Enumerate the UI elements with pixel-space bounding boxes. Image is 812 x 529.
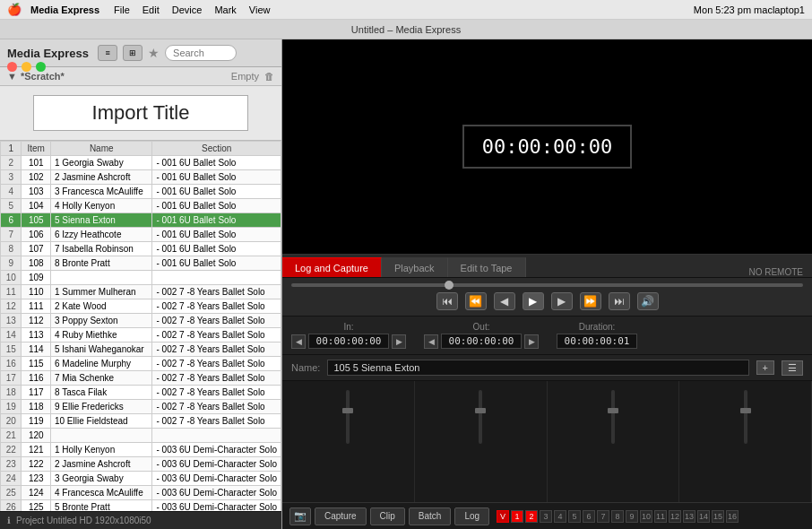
track-11[interactable]: 11 xyxy=(654,510,667,523)
table-row[interactable]: 61055 Sienna Exton- 001 6U Ballet Solo xyxy=(1,213,281,228)
tab-edit-to-tape[interactable]: Edit to Tape xyxy=(448,257,526,277)
grid-view-button[interactable]: ⊞ xyxy=(123,45,143,61)
fader-3[interactable] xyxy=(611,390,615,444)
col-c-header[interactable]: Section xyxy=(152,142,281,156)
fader-2[interactable] xyxy=(479,390,482,444)
duration-label: Duration: xyxy=(579,322,616,332)
table-row[interactable]: 231222 Jasmine Ashcroft- 003 6U Demi-Cha… xyxy=(1,457,281,472)
track-9[interactable]: 9 xyxy=(626,510,638,523)
fader-1[interactable] xyxy=(346,390,350,444)
window-controls[interactable] xyxy=(7,62,46,72)
track-16[interactable]: 16 xyxy=(726,510,739,523)
menu-device[interactable]: Device xyxy=(172,4,203,15)
table-row[interactable]: 10109 xyxy=(1,271,281,285)
table-row[interactable]: 41033 Francesca McAuliffe- 001 6U Ballet… xyxy=(1,185,281,199)
tab-log-and-capture[interactable]: Log and Capture xyxy=(282,257,382,277)
table-row[interactable]: 191189 Ellie Fredericks- 002 7 -8 Years … xyxy=(1,400,281,414)
table-row[interactable]: 251244 Francesca McAuliffe- 003 6U Demi-… xyxy=(1,486,281,500)
set-out-button[interactable]: ◀ xyxy=(424,334,438,349)
menu-file[interactable]: File xyxy=(114,4,130,15)
table-row[interactable]: 31022 Jasmine Ashcroft- 001 6U Ballet So… xyxy=(1,170,281,185)
import-title-box[interactable]: Import Title xyxy=(33,95,248,131)
rewind-button[interactable]: ⏪ xyxy=(465,292,487,310)
v-track[interactable]: V xyxy=(497,510,509,523)
spreadsheet[interactable]: 1 Item Name Section 21011 Georgia Swaby-… xyxy=(0,141,281,511)
batch-button[interactable]: Batch xyxy=(409,507,452,525)
favorites-button[interactable]: ★ xyxy=(148,46,160,60)
track-15[interactable]: 15 xyxy=(712,510,724,523)
track-7[interactable]: 7 xyxy=(597,510,609,523)
track-8[interactable]: 8 xyxy=(611,510,624,523)
track-3[interactable]: 3 xyxy=(540,510,552,523)
col-b-header[interactable]: Name xyxy=(50,142,152,156)
list-view-button[interactable]: ≡ xyxy=(98,45,117,61)
menu-edit[interactable]: Edit xyxy=(143,4,160,15)
track-5[interactable]: 5 xyxy=(568,510,581,523)
bin-icon[interactable]: 🗑 xyxy=(264,71,274,82)
volume-button[interactable]: 🔊 xyxy=(637,292,659,310)
table-row[interactable]: 2011910 Ellie Fieldstead- 002 7 -8 Years… xyxy=(1,414,281,429)
fader-4[interactable] xyxy=(744,390,747,444)
table-row[interactable]: 71066 Izzy Heathcote- 001 6U Ballet Solo xyxy=(1,228,281,242)
table-row[interactable]: 241233 Georgia Swaby- 003 6U Demi-Charac… xyxy=(1,472,281,486)
table-row[interactable]: 131123 Poppy Sexton- 002 7 -8 Years Ball… xyxy=(1,314,281,328)
capture-button[interactable]: Capture xyxy=(315,507,367,525)
cell-section xyxy=(152,271,281,285)
table-row[interactable]: 91088 Bronte Pratt- 001 6U Ballet Solo xyxy=(1,256,281,271)
table-row[interactable]: 51044 Holly Kenyon- 001 6U Ballet Solo xyxy=(1,199,281,213)
set-in-button[interactable]: ◀ xyxy=(291,334,306,349)
search-input[interactable] xyxy=(165,45,237,61)
step-forward-button[interactable]: ▶ xyxy=(551,292,573,310)
play-button[interactable]: ▶ xyxy=(523,292,544,310)
minimize-button[interactable] xyxy=(22,62,31,72)
menu-view[interactable]: View xyxy=(249,4,271,15)
fast-forward-button[interactable]: ⏩ xyxy=(580,292,601,310)
table-row[interactable]: 81077 Isabella Robinson- 001 6U Ballet S… xyxy=(1,242,281,256)
name-add-button[interactable]: + xyxy=(756,360,774,375)
track-14[interactable]: 14 xyxy=(697,510,710,523)
table-row[interactable]: 141134 Ruby Miethke- 002 7 -8 Years Ball… xyxy=(1,328,281,343)
camera-button[interactable]: 📷 xyxy=(289,507,311,525)
track-6[interactable]: 6 xyxy=(583,510,595,523)
table-row[interactable]: 21120 xyxy=(1,429,281,443)
name-input[interactable] xyxy=(327,360,748,376)
table-row[interactable]: 261255 Bronte Pratt- 003 6U Demi-Charact… xyxy=(1,500,281,512)
goto-out-button[interactable]: ▶ xyxy=(524,334,539,349)
transport-slider[interactable] xyxy=(291,283,803,287)
track-13[interactable]: 13 xyxy=(683,510,695,523)
table-row[interactable]: 221211 Holly Kenyon- 003 6U Demi-Charact… xyxy=(1,443,281,457)
close-button[interactable] xyxy=(7,62,17,72)
table-row[interactable]: 151145 Ishani Waheganokar- 002 7 -8 Year… xyxy=(1,343,281,357)
track-1[interactable]: 1 xyxy=(511,510,523,523)
scratch-label[interactable]: ▼ *Scratch* xyxy=(7,71,65,82)
log-button[interactable]: Log xyxy=(454,507,489,525)
menu-mark[interactable]: Mark xyxy=(214,4,236,15)
go-to-end-button[interactable]: ⏭ xyxy=(609,292,630,310)
cell-section: - 003 6U Demi-Character Solo xyxy=(152,472,281,486)
row-number: 14 xyxy=(1,328,22,343)
clip-button[interactable]: Clip xyxy=(370,507,405,525)
go-to-start-button[interactable]: ⏮ xyxy=(436,292,458,310)
table-row[interactable]: 111101 Summer Mulheran- 002 7 -8 Years B… xyxy=(1,285,281,299)
transport-thumb[interactable] xyxy=(445,281,454,290)
track-4[interactable]: 4 xyxy=(554,510,566,523)
cell-name: 8 Tasca Filak xyxy=(50,386,152,400)
track-12[interactable]: 12 xyxy=(669,510,681,523)
tab-playback[interactable]: Playback xyxy=(382,257,448,277)
track-2[interactable]: 2 xyxy=(525,510,538,523)
zoom-button[interactable] xyxy=(36,62,46,72)
cell-name: 1 Georgia Swaby xyxy=(50,156,152,170)
step-back-button[interactable]: ◀ xyxy=(494,292,515,310)
col-a-header[interactable]: Item xyxy=(22,142,51,156)
apple-menu[interactable]: 🍎 xyxy=(7,3,22,16)
table-row[interactable]: 121112 Kate Wood- 002 7 -8 Years Ballet … xyxy=(1,299,281,314)
table-row[interactable]: 161156 Madeline Murphy- 002 7 -8 Years B… xyxy=(1,357,281,371)
table-row[interactable]: 171167 Mia Schenke- 002 7 -8 Years Balle… xyxy=(1,371,281,386)
name-menu-button[interactable]: ☰ xyxy=(782,360,803,376)
track-10[interactable]: 10 xyxy=(640,510,652,523)
table-row[interactable]: 21011 Georgia Swaby- 001 6U Ballet Solo xyxy=(1,156,281,170)
cell-item: 117 xyxy=(22,386,51,400)
app-menu-name[interactable]: Media Express xyxy=(30,4,99,15)
goto-in-button[interactable]: ▶ xyxy=(392,334,406,349)
table-row[interactable]: 181178 Tasca Filak- 002 7 -8 Years Balle… xyxy=(1,386,281,400)
